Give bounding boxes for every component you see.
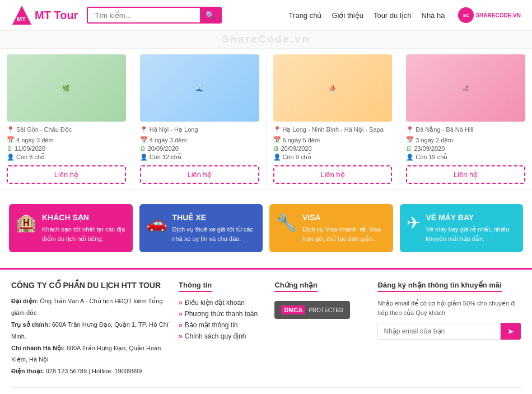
service-visa[interactable]: 🔧 VISA Dịch vụ Visa nhanh, rẻ. Visa trọn… [269,204,393,252]
tour-cards-section: 🌿 📍 Sài Gòn - Châu Đốc 📅 4 ngày 3 đêm 🗓 … [0,49,532,190]
visa-icon: 🔧 [276,213,297,233]
sharecode-label: SHARECODE.VN [475,12,521,18]
info-link-3[interactable]: » Bảo mật thông tin [179,321,264,329]
footer-company-col: CÔNG TY CỔ PHẦN DU LỊCH HTT TOUR Đại diệ… [11,281,169,377]
tour-duration-4: 📅 3 ngày 2 đêm [406,136,525,143]
footer-cert-col: Chứng nhận DMCA PROTECTED [274,281,367,377]
tour-slots-2: 👤 Còn 12 chỗ [140,154,259,161]
tour-duration-2: 📅 4 ngày 3 đêm [140,136,259,143]
tour-image-3: ⛵ [273,54,393,122]
flight-icon: ✈ [407,213,421,233]
main-nav: Trang chủ Giới thiệu Tour du lịch Nhà hà… [289,7,521,23]
tour-slots-1: 👤 Còn 8 chỗ [7,154,126,161]
footer-bottom: Giấy phép LHQT số: GP79-042/xxxxxxxxxx S… [11,387,521,394]
service-car[interactable]: 🚗 THUÊ XE Dịch vụ thuê xe giá tốt từ các… [139,204,263,252]
logo[interactable]: MT MT Tour [11,4,78,26]
service-flight[interactable]: ✈ VÉ MÁY BAY Vé máy bay giá rẻ nhất, nhi… [400,204,524,252]
tour-card-1: 🌿 📍 Sài Gòn - Châu Đốc 📅 4 ngày 3 đêm 🗓 … [0,49,133,189]
visa-desc: Dịch vụ Visa nhanh, rẻ. Visa trọn gói, t… [302,225,386,243]
info-links: » Điều kiện đặt khoán » Phương thức than… [179,299,264,340]
tour-route-3: 📍 Hạ Long - Ninh Bình - Hà Nội - Sapa [273,126,393,133]
nav-home[interactable]: Trang chủ [289,11,322,20]
tour-slots-4: 👤 Còn 19 chỗ [406,154,525,161]
tour-route-1: 📍 Sài Gòn - Châu Đốc [7,126,126,133]
car-desc: Dịch vụ thuê xe giá tốt từ các nhà xe uy… [172,225,256,243]
search-box: 🔍 [87,7,222,24]
contact-button-2[interactable]: Liên hệ [140,165,259,184]
info-title: Thông tin [179,281,212,292]
footer-top: CÔNG TY CỔ PHẦN DU LỊCH HTT TOUR Đại diệ… [11,281,521,377]
tour-card-4: 🏖 📍 Đà Nẵng - Bà Nà Hill 📅 3 ngày 2 đêm … [399,49,532,189]
sharecode-logo: SC SHARECODE.VN [458,7,521,23]
logo-text: MT Tour [35,9,78,22]
newsletter-submit-button[interactable]: ➤ [501,323,521,340]
nav-tours[interactable]: Tour du lịch [374,11,412,20]
flight-title: VÉ MÁY BAY [426,213,517,222]
svg-text:MT: MT [17,16,26,22]
newsletter-form: ➤ [377,323,521,340]
hotel-icon: 🏨 [16,213,36,233]
tour-date-2: 🗓 20/09/2020 [140,145,259,152]
tour-date-3: 🗓 20/09/2020 [273,145,393,152]
watermark-bar: ShareCode.vn [0,31,532,49]
watermark-text: ShareCode.vn [222,34,310,45]
car-title: THUÊ XE [172,213,256,222]
contact-button-3[interactable]: Liên hệ [273,165,393,184]
tour-date-4: 🗓 23/09/2020 [406,145,525,152]
info-link-4[interactable]: » Chính sách quy định [179,332,264,340]
footer: CÔNG TY CỔ PHẦN DU LỊCH HTT TOUR Đại diệ… [0,268,532,394]
newsletter-title: Đăng ký nhận thông tin khuyến mãi [377,281,501,292]
company-name: CÔNG TY CỔ PHẦN DU LỊCH HTT TOUR [11,281,169,290]
info-link-2[interactable]: » Phương thức thanh toán [179,310,264,318]
contact-button-4[interactable]: Liên hệ [406,165,525,184]
contact-button-1[interactable]: Liên hệ [7,165,126,184]
cert-title: Chứng nhận [274,281,318,292]
tour-card-2: 🌊 📍 Hà Nội - Hạ Long 📅 4 ngày 3 đêm 🗓 20… [133,49,267,189]
hotel-desc: Khách sạn tốt nhất tại các địa điểm du l… [42,225,126,243]
footer-info-col: Thông tin » Điều kiện đặt khoán » Phương… [179,281,264,377]
tour-image-4: 🏖 [406,54,525,122]
tour-image-2: 🌊 [140,54,259,122]
newsletter-desc: Nhập email để có cơ hội giảm 50% cho chu… [377,299,521,317]
info-link-1[interactable]: » Điều kiện đặt khoán [179,299,264,307]
services-section: 🏨 KHÁCH SẠN Khách sạn tốt nhất tại các đ… [0,204,532,252]
tour-slots-3: 👤 Còn 9 chỗ [273,154,393,161]
tour-duration-3: 📅 6 ngày 5 đêm [273,136,393,143]
dmca-label1: DMCA [281,305,305,314]
footer-newsletter-col: Đăng ký nhận thông tin khuyến mãi Nhập e… [377,281,521,377]
tour-date-1: 🗓 11/09/2020 [7,145,126,152]
search-button[interactable]: 🔍 [200,8,221,22]
car-icon: 🚗 [146,213,167,233]
tour-image-1: 🌿 [7,54,126,122]
nav-about[interactable]: Giới thiệu [332,11,363,20]
visa-title: VISA [302,213,386,222]
dmca-badge[interactable]: DMCA PROTECTED [274,301,350,319]
search-input[interactable] [88,8,200,22]
service-hotel[interactable]: 🏨 KHÁCH SẠN Khách sạn tốt nhất tại các đ… [9,204,133,252]
nav-hotel[interactable]: Nhà hà [422,11,445,20]
dmca-label2: PROTECTED [309,307,343,313]
tour-route-2: 📍 Hà Nội - Hạ Long [140,126,259,133]
company-info: Đại diện: Ông Trần Văn A - Chủ tịch HĐQT… [11,295,169,377]
hotel-title: KHÁCH SẠN [42,213,126,222]
tour-card-3: ⛵ 📍 Hạ Long - Ninh Bình - Hà Nội - Sapa … [267,49,400,189]
newsletter-email-input[interactable] [377,323,501,340]
tour-duration-1: 📅 4 ngày 3 đêm [7,136,126,143]
header: MT MT Tour 🔍 Trang chủ Giới thiệu Tour d… [0,0,532,31]
tour-route-4: 📍 Đà Nẵng - Bà Nà Hill [406,126,525,133]
flight-desc: Vé máy bay giá rẻ nhất, nhiều khuyến mãi… [426,225,517,243]
logo-icon: MT [11,4,32,26]
